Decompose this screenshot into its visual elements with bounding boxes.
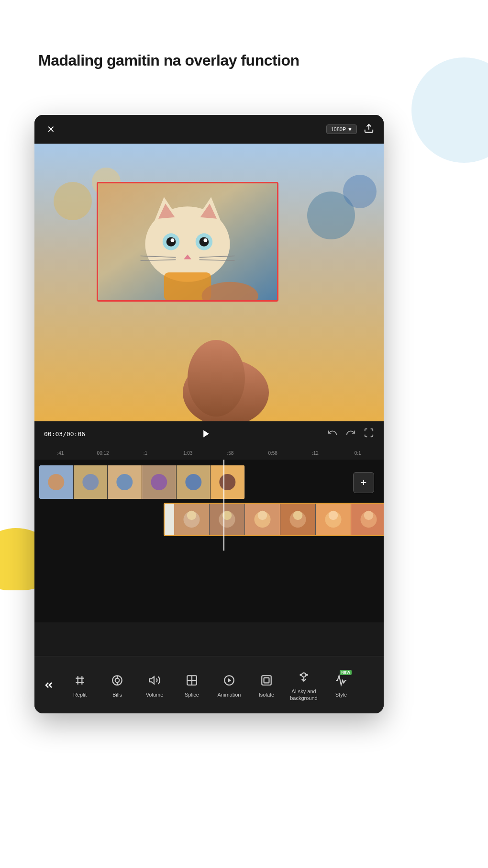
svg-marker-27 xyxy=(203,430,209,438)
svg-point-54 xyxy=(329,511,338,520)
toolbar-item-bills[interactable]: Bills xyxy=(99,661,136,709)
playhead xyxy=(223,460,224,551)
bottom-toolbar: Replit Bills xyxy=(34,656,384,713)
toolbar-items: Replit Bills xyxy=(61,661,382,709)
ruler-mark: 1:03 xyxy=(166,451,209,456)
top-bar: ✕ 1080P ▼ xyxy=(34,115,384,144)
overlay-thumbnail-4 xyxy=(280,504,316,535)
svg-point-18 xyxy=(171,238,175,242)
svg-point-17 xyxy=(200,237,209,247)
svg-point-5 xyxy=(343,175,377,208)
svg-point-37 xyxy=(185,474,201,490)
video-preview xyxy=(34,144,384,421)
ruler-mark: 00:12 xyxy=(82,451,124,456)
ruler-mark: :41 xyxy=(39,451,82,456)
toolbar-label-ai-sky: AI sky and background xyxy=(287,688,321,701)
app-frame: ✕ 1080P ▼ xyxy=(34,115,384,713)
toolbar-label-replit: Replit xyxy=(73,692,87,698)
svg-marker-66 xyxy=(149,676,154,684)
ruler-mark: :58 xyxy=(209,451,252,456)
toolbar-item-replit[interactable]: Replit xyxy=(61,661,99,709)
timeline-ruler: :41 00:12 :1 1:03 :58 0:58 :12 0:1 xyxy=(34,446,384,460)
playback-icons xyxy=(327,428,374,440)
svg-point-35 xyxy=(151,474,167,490)
toolbar-label-volume: Volume xyxy=(146,692,164,698)
overlay-thumbnail-5 xyxy=(316,504,351,535)
timeline-area: + xyxy=(34,460,384,622)
back-button[interactable] xyxy=(36,656,61,713)
ai-sky-icon xyxy=(295,668,312,686)
main-video-track[interactable] xyxy=(39,465,245,499)
isolate-icon xyxy=(258,672,275,689)
svg-marker-71 xyxy=(228,678,232,683)
cat-overlay-image xyxy=(98,183,277,300)
svg-point-7 xyxy=(188,340,245,417)
toolbar-label-style: Style xyxy=(335,692,347,698)
toolbar-label-animation: Animation xyxy=(218,692,241,698)
undo-button[interactable] xyxy=(327,428,338,440)
resolution-badge[interactable]: 1080P ▼ xyxy=(326,124,357,134)
toolbar-item-ai-sky[interactable]: AI sky and background xyxy=(285,661,322,709)
toolbar-item-splice[interactable]: Splice xyxy=(173,661,211,709)
export-button[interactable] xyxy=(364,123,374,136)
overlay-track[interactable] xyxy=(164,503,384,536)
toolbar-label-bills: Bills xyxy=(112,692,122,698)
toolbar-label-splice: Splice xyxy=(185,692,199,698)
ruler-mark: :1 xyxy=(124,451,167,456)
svg-point-16 xyxy=(166,237,176,247)
track-thumbnail-1 xyxy=(39,465,74,499)
svg-point-39 xyxy=(220,474,236,490)
track-thumbnail-4 xyxy=(142,465,177,499)
page-title: Madaling gamitin na overlay function xyxy=(38,52,299,69)
overlay-thumbnail-1 xyxy=(174,504,210,535)
overlay-thumbnail-2 xyxy=(210,504,245,535)
redo-button[interactable] xyxy=(345,428,356,440)
svg-rect-72 xyxy=(262,676,271,685)
overlay-image-frame[interactable] xyxy=(97,182,278,302)
svg-point-33 xyxy=(117,474,133,490)
bills-icon xyxy=(109,672,126,689)
track-thumbnail-3 xyxy=(108,465,142,499)
svg-rect-73 xyxy=(264,677,269,683)
svg-point-42 xyxy=(187,511,196,520)
svg-point-57 xyxy=(364,511,373,520)
svg-point-51 xyxy=(293,511,302,520)
toolbar-item-animation[interactable]: Animation xyxy=(211,661,248,709)
fullscreen-button[interactable] xyxy=(364,428,374,440)
svg-point-19 xyxy=(203,238,207,242)
track-thumbnail-5 xyxy=(177,465,211,499)
overlay-lead-in xyxy=(165,504,174,535)
animation-icon xyxy=(221,672,238,689)
overlay-thumbnail-6 xyxy=(351,504,384,535)
ruler-mark: :12 xyxy=(294,451,337,456)
toolbar-label-isolate: Isolate xyxy=(259,692,274,698)
ruler-marks: :41 00:12 :1 1:03 :58 0:58 :12 0:1 xyxy=(39,451,379,456)
overlay-thumbnail-3 xyxy=(245,504,280,535)
svg-point-29 xyxy=(48,474,64,490)
track-thumbnail-2 xyxy=(74,465,108,499)
svg-point-75 xyxy=(306,674,308,676)
toolbar-item-isolate[interactable]: Isolate xyxy=(248,661,285,709)
top-right-controls: 1080P ▼ xyxy=(326,123,374,136)
svg-point-31 xyxy=(82,474,99,490)
volume-icon xyxy=(146,672,163,689)
track-thumbnail-6 xyxy=(211,465,245,499)
new-badge: NEW xyxy=(340,670,352,675)
play-button[interactable] xyxy=(199,426,214,441)
ruler-mark: 0:1 xyxy=(336,451,379,456)
toolbar-item-volume[interactable]: Volume xyxy=(136,661,173,709)
close-button[interactable]: ✕ xyxy=(44,123,57,136)
style-icon: NEW xyxy=(333,672,350,689)
add-track-button[interactable]: + xyxy=(353,472,374,493)
svg-point-74 xyxy=(302,673,306,677)
ruler-mark: 0:58 xyxy=(252,451,294,456)
controls-bar: 00:03/00:06 xyxy=(34,421,384,446)
svg-point-63 xyxy=(115,678,120,683)
splice-icon xyxy=(183,672,200,689)
replit-icon xyxy=(71,672,89,689)
svg-point-76 xyxy=(299,674,301,676)
svg-point-48 xyxy=(258,511,267,520)
svg-point-2 xyxy=(54,182,92,220)
time-display: 00:03/00:06 xyxy=(44,430,85,438)
toolbar-item-style[interactable]: NEW Style xyxy=(322,661,360,709)
